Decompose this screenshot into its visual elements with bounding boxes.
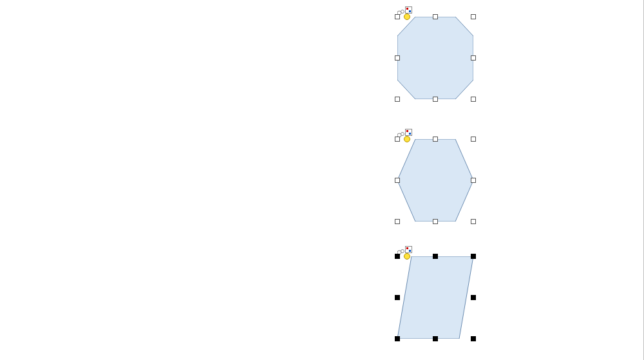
handle-bm[interactable] (433, 336, 438, 341)
rotation-handle[interactable] (404, 253, 410, 260)
handle-tl[interactable] (395, 137, 400, 142)
svg-point-7 (401, 250, 404, 253)
handle-mr[interactable] (471, 295, 476, 300)
shape-octagon[interactable] (397, 17, 473, 99)
handle-tm[interactable] (433, 254, 438, 259)
handle-tm[interactable] (433, 137, 438, 142)
color-indicator-icon (405, 129, 412, 136)
rotation-handle[interactable] (404, 136, 410, 142)
handle-tl[interactable] (395, 254, 400, 259)
hexagon-path[interactable] (397, 139, 473, 222)
parallelogram-path[interactable] (397, 256, 473, 339)
handle-bl[interactable] (395, 219, 400, 224)
shape-parallelogram[interactable] (397, 256, 473, 339)
handle-bl[interactable] (395, 336, 400, 341)
handle-tm[interactable] (433, 14, 438, 19)
handle-tr[interactable] (471, 137, 476, 142)
svg-marker-2 (397, 17, 473, 99)
handle-bm[interactable] (433, 97, 438, 102)
color-indicator-icon (405, 6, 412, 14)
handle-tr[interactable] (471, 254, 476, 259)
handle-mr[interactable] (471, 55, 476, 61)
octagon-path[interactable] (397, 17, 473, 99)
color-indicator-icon (405, 246, 412, 253)
filter-indicator-icon (397, 246, 404, 253)
shape-indicators (397, 6, 412, 14)
rotation-handle[interactable] (404, 14, 410, 20)
svg-point-1 (401, 10, 404, 14)
handle-mr[interactable] (471, 178, 476, 183)
svg-marker-8 (397, 256, 473, 339)
handle-bm[interactable] (433, 219, 438, 224)
handle-ml[interactable] (395, 55, 400, 61)
filter-indicator-icon (397, 6, 404, 14)
shape-hexagon[interactable] (397, 139, 473, 222)
filter-indicator-icon (397, 129, 404, 136)
handle-tr[interactable] (471, 14, 476, 19)
handle-tl[interactable] (395, 14, 400, 19)
handle-br[interactable] (471, 336, 476, 341)
handle-bl[interactable] (395, 97, 400, 102)
shape-indicators (397, 129, 412, 136)
svg-point-4 (401, 133, 404, 136)
svg-marker-5 (397, 139, 473, 222)
handle-br[interactable] (471, 97, 476, 102)
handle-br[interactable] (471, 219, 476, 224)
shape-indicators (397, 246, 412, 253)
handle-ml[interactable] (395, 178, 400, 183)
handle-ml[interactable] (395, 295, 400, 300)
